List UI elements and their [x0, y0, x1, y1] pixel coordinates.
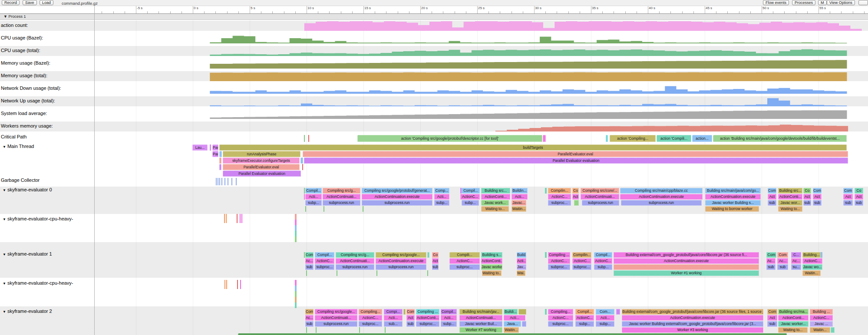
trace-event-block[interactable]: ActionContinuation.execute	[376, 258, 426, 264]
trace-event-block[interactable]: sub	[406, 321, 415, 327]
trace-event-block[interactable]: ActionContinuation.execute	[614, 258, 759, 264]
trace-event-block[interactable]	[295, 220, 297, 225]
trace-event-block[interactable]: ActionConti...	[481, 194, 510, 200]
trace-event-block[interactable]: Com	[767, 309, 777, 315]
trace-event-block[interactable]: Acti...	[441, 315, 457, 321]
trace-event-block[interactable]: sub...	[384, 321, 403, 327]
extra-toolbar-button[interactable]	[858, 0, 868, 5]
metrics-button[interactable]: M	[818, 0, 827, 5]
trace-event-block[interactable]: ActionC...	[594, 258, 612, 264]
trace-event-block[interactable]: ActionConti...	[416, 315, 439, 321]
trace-event-block[interactable]: Worker #1 working	[614, 270, 759, 276]
trace-event-block[interactable]	[427, 252, 429, 258]
trace-event-block[interactable]: subproc...	[548, 321, 573, 327]
trace-event-block[interactable]: Compilin...	[572, 252, 591, 258]
trace-event-block[interactable]: Act	[768, 194, 776, 200]
sidebar-track-label[interactable]: ▼skyframe-evaluator 2	[3, 309, 52, 314]
trace-event-block[interactable]: Act	[406, 315, 415, 321]
trace-event-block[interactable]	[219, 164, 221, 170]
trace-event-block[interactable]	[226, 214, 227, 223]
trace-event-block[interactable]: Waitin...	[810, 327, 830, 333]
trace-event-block[interactable]: Com	[777, 252, 788, 258]
processes-button[interactable]: Processes	[792, 0, 815, 5]
trace-event-block[interactable]	[305, 206, 306, 212]
trace-event-block[interactable]	[306, 327, 307, 333]
trace-event-block[interactable]: ParallelEvaluator.eval	[223, 164, 300, 170]
trace-event-block[interactable]: subproc...	[548, 200, 571, 206]
trace-event-block[interactable]: ActionC...	[460, 194, 480, 200]
trace-event-block[interactable]: Act	[572, 194, 579, 200]
trace-event-block[interactable]	[545, 188, 547, 194]
collapse-arrow-icon[interactable]: ▼	[3, 253, 6, 256]
process-header[interactable]: ▼ Process 1	[0, 13, 868, 20]
trace-event-block[interactable]	[376, 270, 377, 276]
trace-event-block[interactable]: Building external/com_google_protobuf/ja…	[614, 252, 759, 258]
trace-event-block[interactable]	[316, 327, 317, 333]
trace-event-block[interactable]: Compiling src/g...	[323, 188, 360, 194]
trace-event-block[interactable]: Waiting to borrow worker	[705, 206, 759, 212]
trace-event-block[interactable]: Act	[432, 258, 439, 264]
trace-event-block[interactable]	[221, 178, 222, 185]
trace-event-block[interactable]	[302, 164, 303, 170]
collapse-arrow-icon[interactable]: ▼	[3, 282, 6, 286]
trace-event-block[interactable]: Act	[855, 194, 863, 200]
trace-event-block[interactable]: Waitin...	[802, 270, 821, 276]
trace-event-block[interactable]	[518, 309, 526, 315]
trace-event-block[interactable]: subp...	[462, 200, 479, 206]
sidebar-track-label[interactable]: ▼skyframe-evaluator 0	[3, 187, 52, 192]
trace-event-block[interactable]: sub	[432, 264, 439, 270]
trace-event-block[interactable]: Worker #3 working	[622, 327, 763, 333]
trace-event-block[interactable]: Co	[432, 252, 439, 258]
trace-event-block[interactable]: Act	[843, 194, 853, 200]
network-down-usage-chart[interactable]	[0, 84, 868, 94]
trace-event-block[interactable]	[240, 214, 241, 223]
trace-event-block[interactable]: Building src/main/jav...	[459, 309, 502, 315]
trace-event-block[interactable]: Compiling ...	[548, 252, 570, 258]
trace-event-block[interactable]	[304, 135, 305, 142]
trace-event-block[interactable]	[337, 270, 337, 276]
trace-event-block[interactable]: Compil...	[305, 188, 322, 194]
trace-event-block[interactable]: Building...	[802, 252, 821, 258]
flow-events-button[interactable]: Flow events	[763, 0, 789, 5]
trace-event-block[interactable]	[295, 214, 297, 220]
time-ruler[interactable]: -5 s0 s5 s10 s15 s20 s25 s30 s35 s40 s45…	[0, 6, 868, 14]
trace-event-block[interactable]	[385, 327, 386, 333]
trace-event-block[interactable]: sub	[305, 321, 314, 327]
trace-event-block[interactable]: subp...	[434, 200, 449, 206]
system-load-average-chart[interactable]	[0, 109, 868, 119]
trace-event-block[interactable]	[295, 302, 297, 308]
trace-event-block[interactable]: Com	[305, 309, 314, 315]
trace-event-block[interactable]	[574, 200, 579, 206]
trace-event-block[interactable]	[231, 178, 232, 185]
trace-event-block[interactable]: Parallel Evaluator evaluation	[223, 171, 301, 177]
trace-event-block[interactable]: Javac worker Building external/com_googl…	[622, 321, 763, 327]
trace-event-block[interactable]: action 'Building src/main/java/com/googl…	[713, 135, 847, 142]
trace-event-block[interactable]: Co	[803, 188, 811, 194]
trace-event-block[interactable]: Javac work...	[481, 200, 509, 206]
trace-event-block[interactable]: skyframeExecutor.configureTargets	[223, 158, 300, 164]
collapse-arrow-icon[interactable]: ▼	[3, 310, 6, 314]
trace-event-block[interactable]: subp...	[441, 321, 457, 327]
trace-event-block[interactable]: action...	[692, 135, 712, 142]
trace-event-block[interactable]: Com...	[596, 309, 614, 315]
sidebar-track-label[interactable]: ▼skyframe-evaluator-cpu-heavy-	[3, 280, 73, 286]
trace-event-block[interactable]: Javac...	[512, 200, 526, 206]
trace-event-block[interactable]: subprocess.run	[362, 200, 432, 206]
trace-event-block[interactable]: Compiling src/main/cpp/blaze.cc	[620, 188, 703, 194]
trace-event-block[interactable]	[545, 252, 547, 258]
trace-event-block[interactable]: ActionContinuation.execute	[362, 194, 432, 200]
trace-event-block[interactable]	[295, 231, 297, 236]
trace-event-block[interactable]	[228, 178, 228, 185]
network-up-usage-chart[interactable]	[0, 97, 868, 106]
cpu-usage-total-chart[interactable]	[0, 46, 868, 56]
trace-event-block[interactable]: Javac worker...	[481, 264, 502, 270]
trace-event-block[interactable]: Ac...	[305, 258, 314, 264]
trace-event-block[interactable]	[236, 178, 237, 185]
trace-event-block[interactable]	[304, 252, 305, 258]
trace-event-block[interactable]: Com	[305, 252, 314, 258]
trace-event-block[interactable]: subprocess.run	[323, 200, 360, 206]
trace-event-block[interactable]: subprocess.run	[621, 200, 702, 206]
trace-event-block[interactable]: Waitin...	[504, 327, 519, 333]
trace-event-block[interactable]: ActionContinuati...	[459, 315, 502, 321]
trace-event-block[interactable]: sub	[305, 264, 314, 270]
